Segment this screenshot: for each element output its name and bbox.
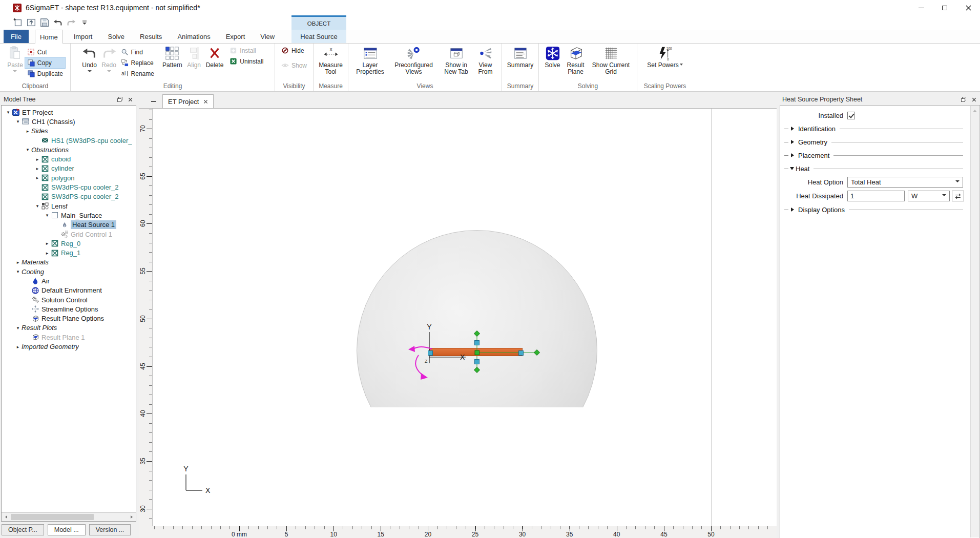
tree-item[interactable]: Air [2, 276, 136, 285]
tree-item[interactable]: SW3dPS-cpu cooler_2 [2, 182, 136, 192]
tab-view[interactable]: View [256, 30, 279, 43]
undo-button[interactable]: Undo [80, 45, 99, 74]
property-sheet-scrollbar[interactable] [970, 106, 979, 537]
tree-item[interactable]: Result Plane Options [2, 314, 136, 323]
tree-item[interactable]: ▸cylinder [2, 164, 136, 173]
collapsed-arrow-icon[interactable]: ▸ [14, 344, 22, 349]
tree-item[interactable]: ▸Materials [2, 258, 136, 267]
tree-item[interactable]: ▾Lensf [2, 201, 136, 211]
model-tree-float-button[interactable] [116, 95, 124, 104]
expanded-arrow-icon[interactable]: ▾ [14, 119, 22, 124]
minimize-button[interactable] [909, 0, 933, 15]
scroll-left-arrow-icon[interactable] [2, 513, 10, 521]
tree-item[interactable]: ▾Main_Surface [2, 211, 136, 220]
show-in-new-tab-button[interactable]: Show in New Tab [440, 45, 473, 75]
rename-button[interactable]: aI Rename [119, 68, 156, 79]
result-plane-button[interactable]: Result Plane [562, 45, 589, 75]
pattern-button[interactable]: Pattern [160, 45, 184, 69]
tab-file[interactable]: File [4, 30, 29, 43]
tab-animations[interactable]: Animations [173, 30, 215, 43]
tree-item[interactable]: Streamline Options [2, 304, 136, 314]
tab-import[interactable]: Import [69, 30, 97, 43]
show-current-grid-button[interactable]: Show Current Grid [589, 45, 633, 75]
tree-item[interactable]: ▸Imported Geometry [2, 342, 136, 351]
redo-button[interactable]: Redo [99, 45, 119, 74]
collapsed-arrow-icon[interactable]: ▸ [24, 129, 31, 134]
collapsed-arrow-icon[interactable]: ▸ [44, 241, 51, 246]
tree-item[interactable]: Soluton Control [2, 295, 136, 304]
unit-convert-button[interactable] [952, 191, 964, 201]
qat-redo-button[interactable] [65, 16, 78, 29]
dock-tab-object-properties[interactable]: Object P... [2, 524, 44, 535]
tree-item[interactable]: SW3dPS-cpu cooler_2 [2, 192, 136, 201]
collapsed-arrow-icon[interactable]: ▸ [34, 157, 41, 162]
delete-button[interactable]: Delete [204, 45, 226, 69]
model-tree-hscrollbar[interactable] [2, 512, 136, 521]
align-button[interactable]: Align [184, 45, 204, 69]
tree-item[interactable]: Result Plane 1 [2, 333, 136, 342]
model-canvas[interactable]: Y X Z [152, 109, 777, 526]
expanded-arrow-icon[interactable]: ▾ [44, 213, 51, 218]
scroll-up-arrow-icon[interactable] [971, 106, 979, 115]
heat-unit-dropdown[interactable]: W [908, 191, 950, 201]
expanded-arrow-icon[interactable]: ▾ [24, 147, 31, 152]
tree-item[interactable]: ▾ET Project [2, 108, 136, 117]
collapsed-arrow-icon[interactable]: ▸ [34, 175, 41, 180]
expanded-arrow-icon[interactable]: ▾ [14, 325, 22, 330]
scroll-right-arrow-icon[interactable] [127, 513, 136, 521]
collapsed-arrow-icon[interactable]: ▸ [14, 260, 22, 265]
tab-export[interactable]: Export [221, 30, 250, 43]
hide-button[interactable]: Hide [279, 45, 309, 56]
solve-button[interactable]: Solve [543, 45, 562, 69]
section-placement[interactable]: Placement [784, 149, 964, 162]
tab-results[interactable]: Results [135, 30, 166, 43]
expanded-arrow-icon[interactable]: ▾ [34, 203, 41, 209]
collapsed-arrow-icon[interactable]: ▸ [44, 251, 51, 256]
layer-properties-button[interactable]: Layer Properties [352, 45, 388, 75]
tree-item[interactable]: ▸polygon [2, 173, 136, 182]
tree-item[interactable]: ▾CH1 (Chassis) [2, 117, 136, 126]
preconfigured-views-button[interactable]: Preconfigured Views [388, 45, 440, 75]
measure-tool-button[interactable]: x Measure Tool [315, 45, 347, 75]
close-button[interactable] [956, 0, 980, 15]
show-button[interactable]: Show [279, 60, 309, 71]
resize-diamond-handles[interactable] [474, 331, 540, 373]
tree-item[interactable]: Grid Control 1 [2, 230, 136, 239]
save-button[interactable] [38, 16, 51, 29]
installed-checkbox[interactable] [847, 112, 855, 119]
copy-button[interactable]: Copy [25, 57, 65, 68]
viewport-tab-et-project[interactable]: ET Project [162, 94, 214, 108]
section-heat[interactable]: Heat [784, 162, 964, 175]
heat-option-dropdown[interactable]: Total Heat [847, 177, 963, 188]
property-sheet-float-button[interactable] [960, 95, 968, 104]
collapsed-arrow-icon[interactable]: ▸ [34, 166, 41, 171]
tree-item[interactable]: ▾Cooling [2, 267, 136, 276]
view-from-button[interactable]: View From [473, 45, 498, 75]
expanded-arrow-icon[interactable]: ▾ [14, 269, 22, 274]
tab-solve[interactable]: Solve [103, 30, 129, 43]
tree-item[interactable]: ▸Reg_0 [2, 239, 136, 248]
qat-undo-button[interactable] [51, 16, 65, 29]
tree-item[interactable]: Heat Source 1 [2, 220, 136, 230]
tree-item[interactable]: HS1 (SW3dPS-cpu cooler_ [2, 136, 136, 145]
duplicate-button[interactable]: Duplicate [25, 68, 65, 79]
heat-dissipated-input[interactable] [847, 191, 905, 201]
open-button[interactable] [25, 16, 38, 29]
qat-menu-button[interactable] [78, 16, 91, 29]
summary-button[interactable]: Summary [505, 45, 535, 69]
maximize-button[interactable] [933, 0, 956, 15]
section-geometry[interactable]: Geometry [784, 135, 964, 149]
tree-item[interactable]: ▸Reg_1 [2, 248, 136, 257]
tree-item[interactable]: Default Environment [2, 286, 136, 295]
paste-button[interactable]: Paste [5, 45, 25, 74]
expanded-arrow-icon[interactable]: ▾ [5, 110, 12, 115]
install-button[interactable]: Install [227, 45, 265, 56]
tree-item[interactable]: ▾Obstructions [2, 145, 136, 154]
model-tree-close-button[interactable] [126, 95, 134, 104]
center-handle[interactable] [475, 350, 479, 355]
new-project-button[interactable] [11, 16, 25, 29]
section-display-options[interactable]: Display Options [784, 203, 964, 216]
uninstall-button[interactable]: Uninstall [227, 56, 265, 67]
tab-heat-source[interactable]: Heat Source [291, 30, 346, 43]
cut-button[interactable]: Cut [25, 47, 65, 57]
